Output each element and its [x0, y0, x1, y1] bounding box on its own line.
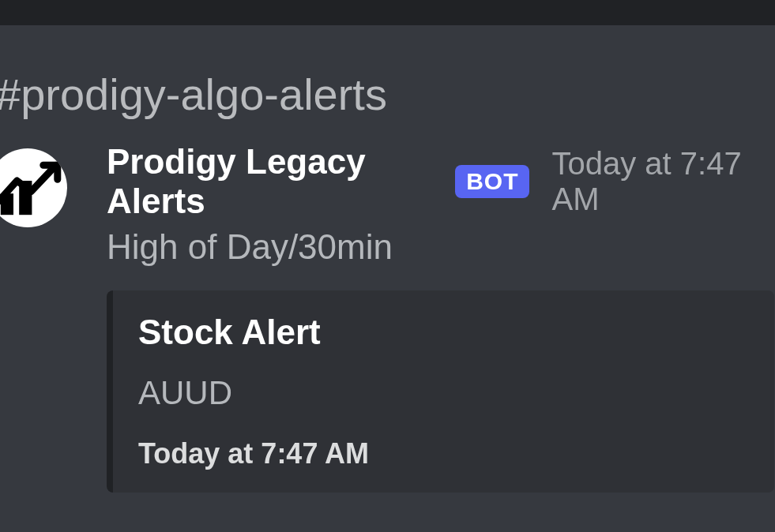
author-name[interactable]: Prodigy Legacy Alerts	[107, 142, 441, 221]
bot-badge: BOT	[455, 165, 529, 198]
embed-title: Stock Alert	[138, 313, 749, 352]
message-header: Prodigy Legacy Alerts BOT Today at 7:47 …	[107, 142, 775, 221]
message-content: Prodigy Legacy Alerts BOT Today at 7:47 …	[107, 142, 775, 493]
message-text: High of Day/30min	[107, 227, 775, 267]
chart-icon	[0, 152, 63, 223]
avatar[interactable]	[0, 148, 67, 227]
embed-footer: Today at 7:47 AM	[138, 437, 749, 470]
top-bar	[0, 0, 775, 25]
message: Prodigy Legacy Alerts BOT Today at 7:47 …	[0, 136, 775, 499]
embed-card: Stock Alert AUUD Today at 7:47 AM	[107, 290, 774, 493]
channel-name[interactable]: #prodigy-algo-alerts	[0, 25, 775, 136]
message-timestamp: Today at 7:47 AM	[551, 146, 775, 217]
embed-description: AUUD	[138, 374, 749, 412]
